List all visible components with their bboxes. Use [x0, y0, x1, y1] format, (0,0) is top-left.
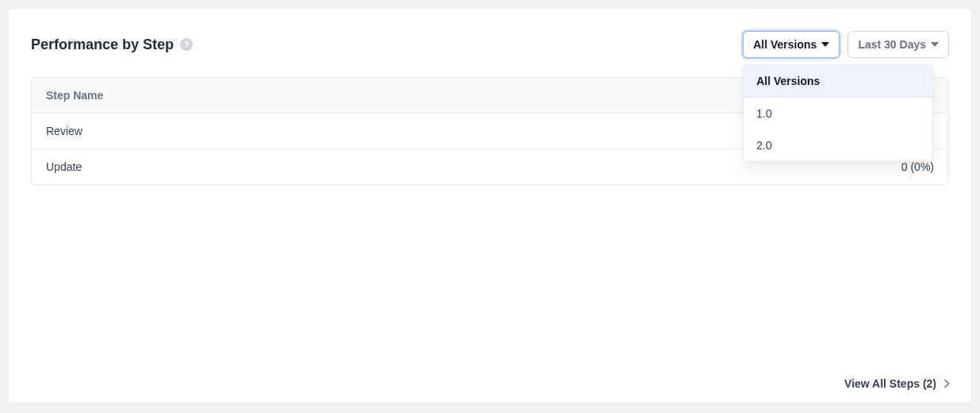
filters: All Versions All Versions 1.0 2.0 Last 3…: [743, 31, 949, 58]
date-range-label: Last 30 Days: [858, 38, 926, 51]
version-option-1[interactable]: 1.0: [744, 98, 932, 129]
caret-down-icon: [931, 42, 939, 47]
chevron-right-icon: [944, 380, 949, 388]
performance-card: Performance by Step ? All Versions All V…: [8, 8, 972, 403]
view-all-label: View All Steps (2): [844, 377, 936, 390]
version-filter-button[interactable]: All Versions: [743, 31, 840, 58]
cell-step-name: Review: [32, 114, 750, 149]
version-option-all[interactable]: All Versions: [744, 65, 932, 98]
cell-step-name: Update: [32, 149, 750, 184]
view-all-steps-link[interactable]: View All Steps (2): [844, 377, 949, 390]
col-step-name: Step Name: [32, 78, 750, 113]
version-filter-label: All Versions: [753, 38, 817, 51]
version-dropdown-menu: All Versions 1.0 2.0: [743, 64, 933, 162]
header-row: Performance by Step ? All Versions All V…: [31, 31, 949, 58]
title-wrap: Performance by Step ?: [31, 37, 193, 53]
help-icon[interactable]: ?: [180, 38, 193, 51]
date-range-filter-button[interactable]: Last 30 Days: [847, 31, 949, 58]
caret-down-icon: [821, 42, 829, 47]
card-title: Performance by Step: [31, 37, 174, 53]
version-filter-wrap: All Versions All Versions 1.0 2.0: [743, 31, 840, 58]
version-option-2[interactable]: 2.0: [744, 129, 932, 161]
